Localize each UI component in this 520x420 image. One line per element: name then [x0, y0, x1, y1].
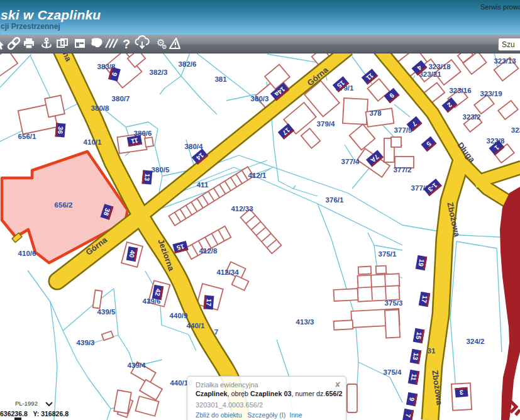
- svg-text:324/2: 324/2: [467, 338, 485, 345]
- svg-text:380/8: 380/8: [91, 104, 109, 112]
- svg-text:410/6: 410/6: [18, 250, 36, 257]
- svg-text:323/18: 323/18: [428, 63, 451, 70]
- svg-text:380/4: 380/4: [185, 143, 203, 150]
- svg-text:636236.8 Y: 316826.8: 636236.8 Y: 316826.8: [0, 410, 69, 417]
- svg-text:375/4: 375/4: [384, 368, 402, 376]
- svg-text:656/1: 656/1: [18, 133, 36, 140]
- svg-text:13: 13: [143, 174, 152, 182]
- svg-text:323/13: 323/13: [494, 57, 516, 65]
- svg-text:380/3: 380/3: [251, 95, 269, 102]
- svg-text:⚙: ⚙: [162, 43, 167, 50]
- svg-text:656/2: 656/2: [55, 201, 73, 209]
- svg-text:380/7: 380/7: [112, 95, 130, 102]
- svg-text:381: 381: [214, 75, 227, 83]
- svg-text:375/3: 375/3: [385, 299, 403, 307]
- svg-text:382/3: 382/3: [150, 69, 168, 76]
- svg-text:375/1: 375/1: [379, 250, 397, 258]
- svg-text:36: 36: [57, 126, 65, 135]
- svg-text:?: ?: [123, 37, 130, 51]
- svg-text:7: 7: [214, 328, 218, 336]
- svg-text:15: 15: [414, 331, 423, 340]
- svg-text:42: 42: [153, 288, 162, 297]
- svg-text:412/34: 412/34: [216, 268, 239, 276]
- svg-text:378: 378: [369, 109, 382, 117]
- svg-text:323/21: 323/21: [419, 70, 441, 78]
- svg-text:323/: 323/: [511, 126, 520, 134]
- svg-text:11: 11: [130, 137, 138, 146]
- svg-text:377/4: 377/4: [341, 158, 360, 165]
- svg-text:PL-1992: PL-1992: [15, 400, 38, 407]
- svg-text:412/33: 412/33: [231, 205, 253, 213]
- svg-text:440/1: 440/1: [187, 322, 205, 329]
- svg-text:380/5: 380/5: [152, 166, 170, 174]
- svg-text:31: 31: [428, 347, 436, 355]
- svg-text:413/3: 413/3: [296, 318, 314, 326]
- svg-text:323/19: 323/19: [480, 90, 502, 97]
- svg-text:411: 411: [197, 181, 209, 189]
- svg-text:323/2: 323/2: [463, 113, 481, 121]
- svg-text:17: 17: [205, 299, 213, 307]
- svg-text:379/4: 379/4: [317, 120, 335, 128]
- svg-text:323/16: 323/16: [449, 87, 471, 94]
- svg-text:13: 13: [411, 352, 420, 361]
- svg-text:410/1: 410/1: [84, 138, 102, 146]
- svg-text:439/3: 439/3: [77, 339, 95, 346]
- svg-text:376/1: 376/1: [326, 196, 344, 204]
- svg-text:17: 17: [420, 295, 429, 304]
- svg-text:377/2: 377/2: [394, 166, 412, 174]
- svg-text:19: 19: [417, 258, 426, 267]
- svg-text:382/6: 382/6: [179, 60, 197, 68]
- svg-text:440/9: 440/9: [170, 312, 188, 319]
- svg-text:3: 3: [459, 389, 463, 396]
- svg-text:439/5: 439/5: [97, 308, 116, 316]
- svg-text:439/4: 439/4: [128, 362, 146, 369]
- svg-text:40: 40: [128, 250, 136, 258]
- svg-text:412/8: 412/8: [199, 247, 218, 255]
- svg-text:412/1: 412/1: [248, 172, 267, 179]
- svg-text:11: 11: [409, 373, 418, 382]
